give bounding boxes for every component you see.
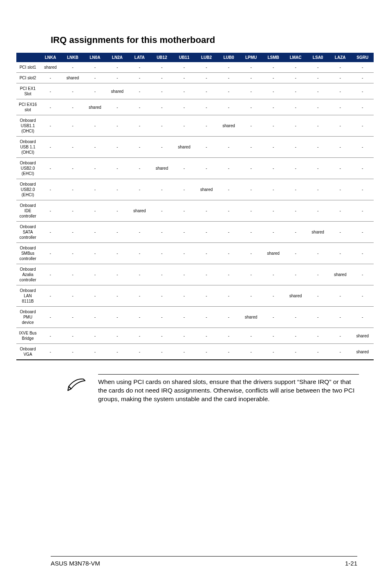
irq-col-header: LSA0 (307, 53, 329, 62)
table-cell: - (128, 344, 151, 360)
table-cell: - (329, 83, 352, 99)
table-cell: - (217, 344, 240, 360)
table-cell: - (106, 179, 129, 200)
table-cell: - (285, 158, 307, 179)
table-cell: - (307, 62, 329, 73)
table-cell: - (217, 179, 240, 200)
table-cell: - (128, 158, 151, 179)
table-cell: - (62, 285, 84, 307)
table-cell: - (285, 243, 307, 264)
table-cell: - (173, 73, 195, 83)
table-cell: - (351, 73, 374, 83)
table-cell: - (329, 328, 352, 344)
table-cell: - (128, 264, 151, 285)
table-cell: - (195, 137, 218, 158)
table-cell: - (173, 307, 195, 328)
table-cell: - (285, 83, 307, 99)
table-cell: - (39, 243, 62, 264)
table-cell: - (351, 115, 374, 137)
table-cell: - (240, 285, 262, 307)
table-cell: - (240, 99, 262, 115)
row-label: OnboardUSB 1.1(OHCI) (16, 137, 39, 158)
note-pencil-icon (67, 377, 87, 392)
table-cell: - (106, 62, 129, 73)
table-cell: shared (285, 285, 307, 307)
table-cell: - (106, 307, 129, 328)
table-cell: - (62, 328, 84, 344)
table-row: PCI slot2-shared------------- (16, 73, 374, 83)
table-cell: - (173, 344, 195, 360)
table-cell: - (351, 285, 374, 307)
table-cell: shared (173, 137, 195, 158)
table-cell: - (307, 307, 329, 328)
table-cell: - (151, 62, 173, 73)
table-cell: - (217, 285, 240, 307)
table-cell: - (151, 115, 173, 137)
table-cell: - (62, 200, 84, 222)
table-cell: - (173, 200, 195, 222)
table-cell: - (195, 222, 218, 243)
table-cell: - (62, 179, 84, 200)
table-cell: shared (128, 200, 151, 222)
table-cell: - (39, 328, 62, 344)
note-text: When using PCI cards on shared slots, en… (98, 374, 359, 404)
table-cell: - (62, 62, 84, 73)
table-cell: - (307, 243, 329, 264)
irq-col-header: LUB2 (195, 53, 218, 62)
irq-table: LNKA LNKB LN0A LN2A LATA UB12 UB11 LUB2 … (16, 53, 374, 360)
table-cell: - (329, 222, 352, 243)
table-cell: - (285, 307, 307, 328)
table-cell: - (195, 285, 218, 307)
table-cell: - (128, 179, 151, 200)
table-cell: - (151, 307, 173, 328)
table-row: OnboardSATAcontroller------------shared-… (16, 222, 374, 243)
table-row: OnboardIDEcontroller----shared---------- (16, 200, 374, 222)
table-row: IXVE BusBridge--------------shared (16, 328, 374, 344)
table-cell: - (128, 328, 151, 344)
table-cell: - (262, 200, 285, 222)
table-cell: - (240, 200, 262, 222)
table-cell: - (128, 73, 151, 83)
table-cell: - (351, 264, 374, 285)
table-cell: - (84, 344, 106, 360)
table-cell: - (195, 200, 218, 222)
table-cell: - (285, 73, 307, 83)
table-cell: - (84, 264, 106, 285)
table-cell: - (84, 158, 106, 179)
table-cell: - (285, 200, 307, 222)
table-cell: - (329, 285, 352, 307)
table-cell: - (262, 264, 285, 285)
table-cell: - (84, 285, 106, 307)
table-row: PCI EX16slot--shared------------ (16, 99, 374, 115)
irq-col-header: LUB0 (217, 53, 240, 62)
table-cell: - (217, 200, 240, 222)
table-cell: - (173, 179, 195, 200)
table-cell: - (151, 344, 173, 360)
irq-col-header: LPMU (240, 53, 262, 62)
table-cell: - (285, 62, 307, 73)
table-cell: - (307, 179, 329, 200)
table-cell: - (285, 115, 307, 137)
table-cell: - (240, 83, 262, 99)
table-cell: - (217, 99, 240, 115)
irq-col-header: LNKA (39, 53, 62, 62)
table-cell: - (262, 62, 285, 73)
table-row: OnboardLAN8111B-----------shared--- (16, 285, 374, 307)
irq-col-header: SGRU (351, 53, 374, 62)
table-cell: - (217, 158, 240, 179)
table-row: OnboardSMBuscontroller----------shared--… (16, 243, 374, 264)
table-cell: - (307, 264, 329, 285)
row-label: PCI slot2 (16, 73, 39, 83)
table-cell: - (173, 243, 195, 264)
table-cell: - (329, 73, 352, 83)
table-cell: - (151, 99, 173, 115)
table-cell: - (351, 307, 374, 328)
table-cell: - (151, 222, 173, 243)
table-cell: - (84, 83, 106, 99)
table-cell: - (106, 264, 129, 285)
table-cell: - (39, 99, 62, 115)
table-cell: - (262, 73, 285, 83)
table-cell: - (240, 264, 262, 285)
table-cell: - (195, 264, 218, 285)
table-cell: - (106, 73, 129, 83)
